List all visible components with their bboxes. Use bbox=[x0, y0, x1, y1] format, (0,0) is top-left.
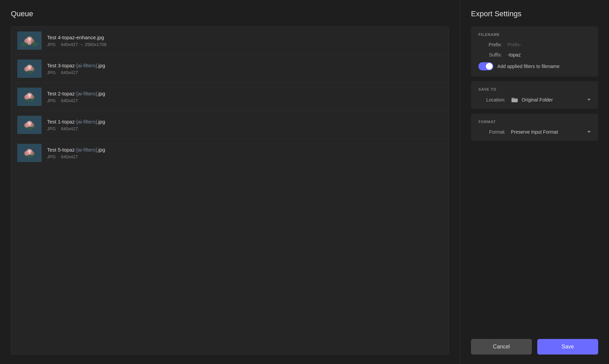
queue-item-name: Test 1-topaz-[ai-filters].jpg bbox=[47, 119, 105, 124]
queue-item[interactable]: Test 3-topaz-[ai-filters].jpg JPG 640x42… bbox=[11, 55, 449, 83]
bracket-text: -[ai-filters] bbox=[75, 63, 97, 68]
location-value: Original Folder bbox=[522, 97, 584, 103]
queue-item[interactable]: Test 4-topaz-enhance.jpg JPG 640x427 → 2… bbox=[11, 27, 449, 55]
queue-item-info: Test 1-topaz-[ai-filters].jpg JPG 640x42… bbox=[47, 119, 105, 131]
queue-item-info: Test 4-topaz-enhance.jpg JPG 640x427 → 2… bbox=[47, 35, 107, 47]
bracket-text: -[ai-filters] bbox=[75, 147, 97, 153]
queue-item[interactable]: Test 2-topaz-[ai-filters].jpg JPG 640x42… bbox=[11, 83, 449, 111]
queue-item-name: Test 3-topaz-[ai-filters].jpg bbox=[47, 63, 105, 68]
queue-item-meta: JPG 640x427 bbox=[47, 70, 105, 75]
bottom-buttons: Cancel Save bbox=[471, 328, 598, 355]
svg-point-32 bbox=[30, 151, 34, 155]
item-format: JPG bbox=[47, 70, 55, 75]
folder-icon bbox=[511, 97, 518, 103]
save-button[interactable]: Save bbox=[537, 339, 598, 355]
suffix-row: Suffix: -topaz bbox=[478, 52, 591, 58]
item-dimensions: 640x427 bbox=[61, 70, 78, 75]
save-to-section: SAVE TO Location: Original Folder bbox=[471, 81, 598, 109]
item-dimensions: 640x427 bbox=[61, 154, 78, 159]
svg-point-31 bbox=[24, 151, 29, 156]
filename-section-label: FILENAME bbox=[478, 32, 591, 37]
bracket-text: -[ai-filters] bbox=[75, 119, 97, 124]
svg-point-20 bbox=[30, 95, 34, 99]
thumbnail bbox=[17, 60, 42, 78]
format-dropdown[interactable]: Preserve Input Format bbox=[511, 129, 591, 135]
cancel-button[interactable]: Cancel bbox=[471, 339, 532, 355]
queue-item-meta: JPG 640x427 bbox=[47, 126, 105, 131]
queue-item-meta: JPG 640x427 → 2560x1708 bbox=[47, 42, 107, 47]
bracket-text: -[ai-filters] bbox=[75, 91, 97, 96]
thumbnail bbox=[17, 31, 42, 50]
item-format: JPG bbox=[47, 98, 55, 103]
format-value: Preserve Input Format bbox=[511, 129, 584, 135]
location-row: Location: Original Folder bbox=[478, 97, 591, 103]
item-dimensions: 640x427 bbox=[61, 98, 78, 103]
queue-item-name: Test 4-topaz-enhance.jpg bbox=[47, 35, 107, 40]
format-label: Format: bbox=[478, 129, 505, 135]
toggle-knob bbox=[486, 63, 493, 70]
save-to-section-label: SAVE TO bbox=[478, 87, 591, 91]
item-format: JPG bbox=[47, 42, 55, 47]
location-label: Location: bbox=[478, 97, 505, 103]
prefix-label: Prefix: bbox=[478, 42, 502, 47]
item-dimensions: 640x427 bbox=[61, 126, 78, 131]
add-filters-toggle[interactable] bbox=[478, 62, 493, 70]
thumbnail bbox=[17, 116, 42, 134]
queue-title: Queue bbox=[11, 9, 449, 18]
queue-item-info: Test 2-topaz-[ai-filters].jpg JPG 640x42… bbox=[47, 91, 105, 103]
chevron-down-icon bbox=[587, 99, 591, 101]
queue-panel: Queue bbox=[0, 0, 460, 364]
svg-point-19 bbox=[24, 95, 29, 99]
item-format: JPG bbox=[47, 154, 55, 159]
prefix-row: Prefix: bbox=[478, 42, 591, 47]
queue-item-meta: JPG 640x427 bbox=[47, 154, 105, 159]
queue-list: Test 4-topaz-enhance.jpg JPG 640x427 → 2… bbox=[11, 26, 449, 355]
queue-item-info: Test 3-topaz-[ai-filters].jpg JPG 640x42… bbox=[47, 63, 105, 75]
format-section: FORMAT Format: Preserve Input Format bbox=[471, 114, 598, 141]
svg-point-6 bbox=[27, 41, 31, 45]
item-format: JPG bbox=[47, 126, 55, 131]
format-row: Format: Preserve Input Format bbox=[478, 129, 591, 135]
toggle-row: Add applied filters to filename bbox=[478, 62, 591, 70]
queue-content: Test 4-topaz-enhance.jpg JPG 640x427 → 2… bbox=[11, 26, 449, 355]
svg-point-7 bbox=[21, 42, 27, 46]
filename-section: FILENAME Prefix: Suffix: -topaz Add appl… bbox=[471, 26, 598, 76]
export-settings-title: Export Settings bbox=[471, 9, 598, 18]
svg-point-8 bbox=[31, 42, 38, 46]
export-settings-panel: Export Settings FILENAME Prefix: Suffix:… bbox=[460, 0, 609, 364]
chevron-down-icon bbox=[587, 131, 591, 133]
svg-point-13 bbox=[24, 67, 29, 71]
queue-item[interactable]: Test 1-topaz-[ai-filters].jpg JPG 640x42… bbox=[11, 111, 449, 139]
suffix-label: Suffix: bbox=[478, 52, 502, 58]
thumbnail bbox=[17, 144, 42, 162]
format-section-label: FORMAT bbox=[478, 120, 591, 124]
thumbnail bbox=[17, 88, 42, 106]
svg-point-26 bbox=[30, 123, 34, 127]
queue-item-name: Test 5-topaz-[ai-filters].jpg bbox=[47, 147, 105, 153]
svg-point-14 bbox=[30, 67, 34, 71]
queue-item-name: Test 2-topaz-[ai-filters].jpg bbox=[47, 91, 105, 96]
item-dimensions: 640x427 → 2560x1708 bbox=[61, 42, 106, 47]
prefix-input[interactable] bbox=[508, 42, 567, 47]
queue-item-meta: JPG 640x427 bbox=[47, 98, 105, 103]
svg-point-25 bbox=[24, 123, 29, 128]
suffix-value: -topaz bbox=[508, 52, 521, 58]
queue-item-info: Test 5-topaz-[ai-filters].jpg JPG 640x42… bbox=[47, 147, 105, 159]
location-dropdown[interactable]: Original Folder bbox=[511, 97, 591, 103]
toggle-label: Add applied filters to filename bbox=[497, 64, 560, 69]
queue-item[interactable]: Test 5-topaz-[ai-filters].jpg JPG 640x42… bbox=[11, 139, 449, 167]
